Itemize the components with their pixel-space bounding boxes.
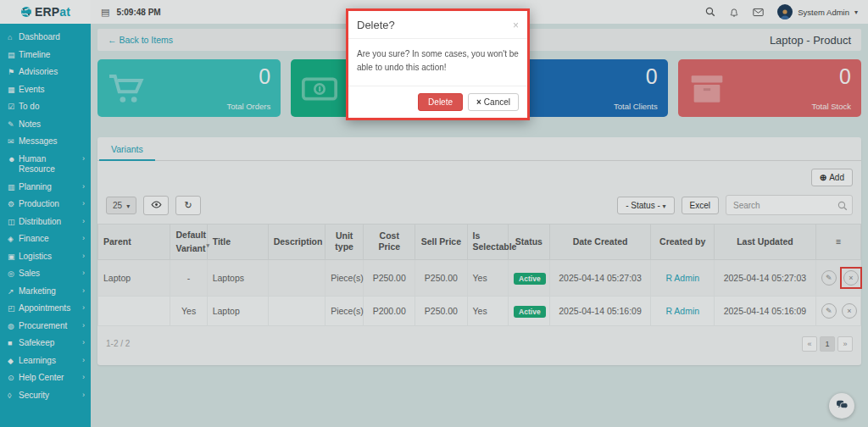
cancel-button[interactable]: ×Cancel [468,93,519,111]
close-icon[interactable]: × [513,20,519,30]
modal-title: Delete? [357,19,395,31]
x-icon: × [476,97,481,107]
modal-message: Are you sure? In some cases, you won't b… [348,38,527,86]
delete-confirm-modal: Delete? × Are you sure? In some cases, y… [346,8,530,120]
confirm-delete-button[interactable]: Delete [418,93,463,111]
